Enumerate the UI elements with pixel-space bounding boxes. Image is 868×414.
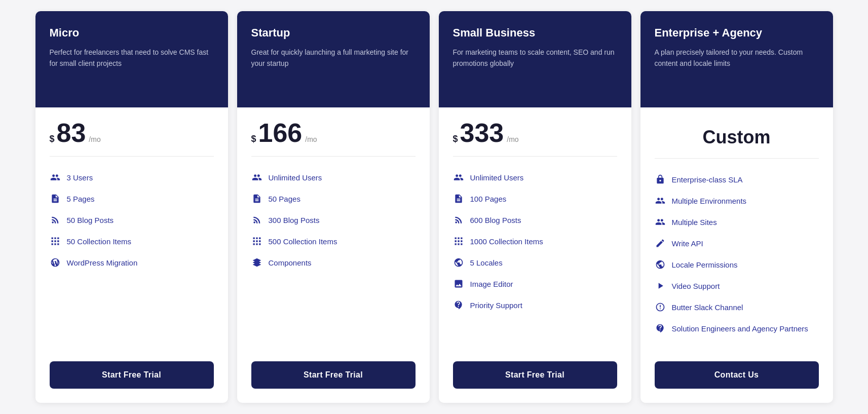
feature-item-small-business-image: Image Editor	[453, 273, 617, 294]
feature-item-micro-blog: 50 Blog Posts	[50, 209, 214, 231]
plan-desc-small-business: For marketing teams to scale content, SE…	[453, 47, 617, 69]
feature-text-startup-users: Unlimited Users	[269, 173, 322, 182]
price-currency-startup: $	[251, 134, 256, 144]
price-period-micro: /mo	[89, 135, 100, 143]
feature-text-enterprise-sla: Enterprise-class SLA	[672, 175, 743, 184]
pricing-card-micro: MicroPerfect for freelancers that need t…	[35, 11, 228, 403]
feature-icon-users	[50, 172, 61, 183]
feature-item-enterprise-slack: Butter Slack Channel	[655, 296, 819, 318]
feature-icon-collection	[251, 236, 262, 247]
feature-item-micro-wp: WordPress Migration	[50, 252, 214, 273]
feature-icon-video	[655, 280, 666, 291]
feature-text-enterprise-solution: Solution Engineers and Agency Partners	[672, 324, 808, 333]
price-currency-micro: $	[50, 134, 55, 144]
card-body-micro: $83/mo3 Users5 Pages50 Blog Posts50 Coll…	[35, 107, 228, 351]
feature-item-micro-collection: 50 Collection Items	[50, 231, 214, 252]
price-amount-small-business: 333	[460, 120, 504, 146]
feature-text-enterprise-slack: Butter Slack Channel	[672, 303, 743, 312]
feature-item-enterprise-api: Write API	[655, 233, 819, 254]
feature-text-micro-collection: 50 Collection Items	[67, 237, 132, 246]
card-header-startup: StartupGreat for quickly launching a ful…	[237, 11, 430, 107]
pricing-card-enterprise: Enterprise + AgencyA plan precisely tail…	[640, 11, 833, 403]
feature-text-micro-users: 3 Users	[67, 173, 93, 182]
feature-icon-pages	[453, 193, 464, 204]
cta-button-small-business[interactable]: Start Free Trial	[453, 361, 617, 389]
feature-icon-collection	[50, 236, 61, 247]
cta-section-small-business: Start Free Trial	[439, 351, 631, 403]
feature-item-enterprise-sla: Enterprise-class SLA	[655, 169, 819, 190]
cta-section-enterprise: Contact Us	[640, 351, 833, 403]
feature-icon-users	[453, 172, 464, 183]
feature-text-micro-pages: 5 Pages	[67, 195, 95, 203]
pricing-card-small-business: Small BusinessFor marketing teams to sca…	[439, 11, 631, 403]
feature-text-enterprise-video: Video Support	[672, 282, 720, 290]
pricing-container: MicroPerfect for freelancers that need t…	[29, 11, 840, 403]
cta-section-micro: Start Free Trial	[35, 351, 228, 403]
feature-item-small-business-locales: 5 Locales	[453, 252, 617, 273]
price-section-small-business: $333/mo	[453, 120, 617, 157]
feature-text-startup-pages: 50 Pages	[269, 195, 300, 203]
feature-item-small-business-blog: 600 Blog Posts	[453, 209, 617, 231]
feature-item-micro-users: 3 Users	[50, 167, 214, 188]
feature-item-startup-users: Unlimited Users	[251, 167, 416, 188]
price-custom-enterprise: Custom	[655, 120, 819, 159]
feature-item-small-business-support: Priority Support	[453, 294, 617, 316]
feature-text-small-business-locales: 5 Locales	[470, 258, 503, 267]
feature-icon-pages	[50, 193, 61, 204]
feature-item-startup-collection: 500 Collection Items	[251, 231, 416, 252]
price-period-small-business: /mo	[507, 135, 518, 143]
feature-text-small-business-users: Unlimited Users	[470, 173, 524, 182]
feature-item-startup-pages: 50 Pages	[251, 188, 416, 209]
price-amount-micro: 83	[57, 120, 86, 146]
feature-icon-support	[453, 299, 464, 311]
feature-text-small-business-pages: 100 Pages	[470, 195, 507, 203]
cta-button-micro[interactable]: Start Free Trial	[50, 361, 214, 389]
features-list-startup: Unlimited Users50 Pages300 Blog Posts500…	[251, 167, 416, 339]
feature-icon-api	[655, 238, 666, 249]
price-period-startup: /mo	[305, 135, 317, 143]
plan-title-startup: Startup	[251, 26, 416, 40]
feature-icon-blog	[251, 214, 262, 225]
feature-text-enterprise-api: Write API	[672, 239, 703, 248]
card-header-small-business: Small BusinessFor marketing teams to sca…	[439, 11, 631, 107]
card-body-small-business: $333/moUnlimited Users100 Pages600 Blog …	[439, 107, 631, 351]
feature-text-small-business-blog: 600 Blog Posts	[470, 216, 521, 224]
price-section-micro: $83/mo	[50, 120, 214, 157]
feature-icon-slack	[655, 302, 666, 313]
feature-item-enterprise-environments: Multiple Environments	[655, 190, 819, 211]
feature-item-small-business-collection: 1000 Collection Items	[453, 231, 617, 252]
feature-item-enterprise-sites: Multiple Sites	[655, 211, 819, 233]
feature-text-small-business-collection: 1000 Collection Items	[470, 237, 543, 246]
card-body-enterprise: CustomEnterprise-class SLAMultiple Envir…	[640, 107, 833, 351]
feature-text-micro-wp: WordPress Migration	[67, 258, 138, 267]
feature-icon-environments	[655, 195, 666, 206]
feature-text-enterprise-environments: Multiple Environments	[672, 197, 747, 205]
plan-title-small-business: Small Business	[453, 26, 617, 40]
feature-icon-locale-perm	[655, 259, 666, 270]
features-list-enterprise: Enterprise-class SLAMultiple Environment…	[655, 169, 819, 339]
feature-icon-sla	[655, 174, 666, 185]
pricing-card-startup: StartupGreat for quickly launching a ful…	[237, 11, 430, 403]
feature-item-micro-pages: 5 Pages	[50, 188, 214, 209]
feature-icon-wordpress	[50, 257, 61, 268]
features-list-small-business: Unlimited Users100 Pages600 Blog Posts10…	[453, 167, 617, 339]
cta-button-enterprise[interactable]: Contact Us	[655, 361, 819, 389]
feature-icon-solution	[655, 323, 666, 334]
cta-button-startup[interactable]: Start Free Trial	[251, 361, 416, 389]
feature-item-small-business-pages: 100 Pages	[453, 188, 617, 209]
feature-icon-sites	[655, 216, 666, 228]
feature-icon-blog	[453, 214, 464, 225]
feature-text-small-business-support: Priority Support	[470, 301, 522, 310]
plan-desc-micro: Perfect for freelancers that need to sol…	[50, 47, 214, 69]
feature-icon-locales	[453, 257, 464, 268]
feature-icon-collection	[453, 236, 464, 247]
feature-item-enterprise-solution: Solution Engineers and Agency Partners	[655, 318, 819, 339]
price-section-startup: $166/mo	[251, 120, 416, 157]
card-header-enterprise: Enterprise + AgencyA plan precisely tail…	[640, 11, 833, 107]
feature-text-enterprise-locale-perm: Locale Permissions	[672, 260, 738, 269]
cta-section-startup: Start Free Trial	[237, 351, 430, 403]
card-header-micro: MicroPerfect for freelancers that need t…	[35, 11, 228, 107]
feature-item-enterprise-locale-perm: Locale Permissions	[655, 254, 819, 275]
feature-text-micro-blog: 50 Blog Posts	[67, 216, 114, 224]
feature-icon-components	[251, 257, 262, 268]
